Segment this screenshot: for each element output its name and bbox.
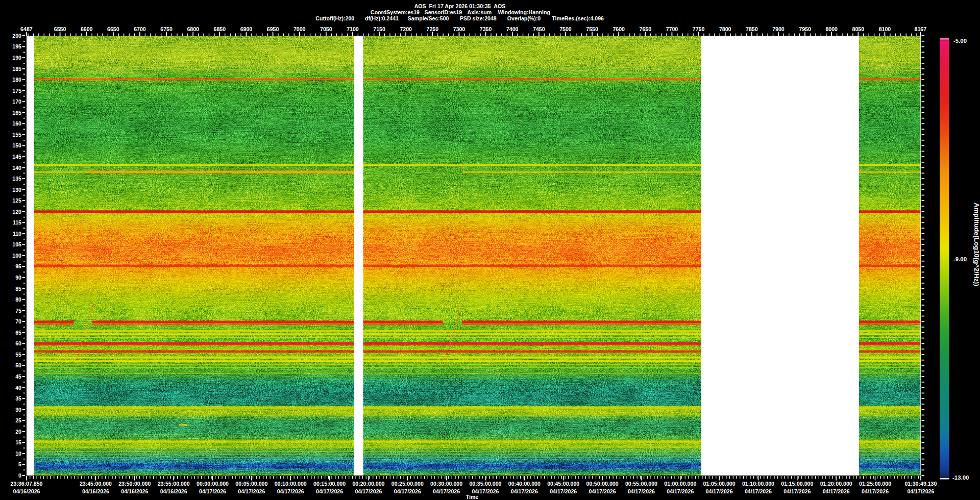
svg-text:105: 105 (12, 241, 21, 247)
svg-text:00:10:00.000: 00:10:00.000 (275, 481, 307, 487)
svg-text:145: 145 (12, 154, 21, 160)
svg-text:04/16/2026: 04/16/2026 (13, 488, 40, 494)
svg-text:7450: 7450 (533, 26, 545, 32)
svg-text:125: 125 (12, 197, 21, 204)
svg-text:7600: 7600 (612, 26, 625, 32)
svg-text:04/17/2026: 04/17/2026 (823, 488, 850, 494)
svg-text:00:05:00.000: 00:05:00.000 (235, 481, 267, 487)
svg-text:130: 130 (12, 187, 21, 193)
svg-text:150: 150 (12, 142, 21, 148)
svg-text:7200: 7200 (400, 26, 412, 32)
svg-text:7050: 7050 (320, 26, 332, 32)
svg-text:Amplitude(Log10(g^2/Hz)): Amplitude(Log10(g^2/Hz)) (973, 203, 980, 286)
svg-text:04/17/2026: 04/17/2026 (355, 488, 382, 494)
svg-text:Cuttoff(Hz):200: Cuttoff(Hz):200 (315, 15, 354, 21)
svg-text:7900: 7900 (772, 26, 785, 32)
svg-text:7800: 7800 (719, 26, 731, 32)
svg-text:195: 195 (12, 43, 21, 49)
svg-text:01:25:00.000: 01:25:00.000 (859, 481, 891, 487)
svg-text:0: 0 (18, 472, 21, 479)
svg-text:04/17/2026: 04/17/2026 (745, 488, 772, 494)
svg-text:01:30:49.130: 01:30:49.130 (904, 481, 937, 487)
svg-text:8050: 8050 (852, 26, 865, 32)
svg-text:01:20:00.000: 01:20:00.000 (820, 481, 852, 487)
svg-text:30: 30 (15, 407, 21, 413)
svg-text:04/17/2026: 04/17/2026 (199, 488, 226, 494)
svg-text:04/16/2026: 04/16/2026 (121, 488, 148, 494)
svg-text:00:20:00.000: 00:20:00.000 (352, 481, 384, 487)
svg-text:-13.00: -13.00 (952, 474, 969, 481)
svg-text:04/17/2026: 04/17/2026 (316, 488, 343, 494)
svg-text:7700: 7700 (666, 26, 678, 32)
svg-text:04/17/2026: 04/17/2026 (706, 488, 733, 494)
svg-text:80: 80 (15, 296, 21, 303)
svg-text:7300: 7300 (453, 26, 465, 32)
svg-text:04/17/2026: 04/17/2026 (589, 488, 616, 494)
svg-text:40: 40 (15, 385, 21, 391)
svg-text:6550: 6550 (54, 26, 66, 32)
svg-text:180: 180 (12, 77, 21, 83)
svg-text:6800: 6800 (187, 26, 199, 32)
svg-text:7650: 7650 (640, 26, 652, 32)
svg-text:140: 140 (12, 165, 21, 171)
svg-text:04/16/2026: 04/16/2026 (160, 488, 187, 494)
svg-text:Axis:sum: Axis:sum (468, 9, 492, 15)
svg-text:01:05:00.000: 01:05:00.000 (703, 481, 736, 487)
svg-text:155: 155 (12, 132, 21, 138)
svg-text:Windowing:Hanning: Windowing:Hanning (498, 9, 550, 15)
svg-text:7550: 7550 (586, 26, 598, 32)
svg-text:6700: 6700 (134, 26, 146, 32)
svg-text:25: 25 (15, 417, 21, 423)
svg-text:75: 75 (15, 308, 21, 314)
svg-text:135: 135 (12, 176, 21, 182)
svg-text:04/17/2026: 04/17/2026 (394, 488, 421, 494)
svg-text:00:55:00.000: 00:55:00.000 (625, 481, 657, 487)
svg-text:10: 10 (15, 451, 21, 457)
svg-text:00:00:00.000: 00:00:00.000 (197, 481, 229, 487)
svg-text:7100: 7100 (347, 26, 359, 32)
svg-text:20: 20 (15, 429, 21, 435)
svg-text:Sample/Sec:500: Sample/Sec:500 (408, 15, 449, 21)
svg-text:65: 65 (15, 330, 21, 336)
svg-text:00:50:00.000: 00:50:00.000 (586, 481, 619, 487)
svg-text:00:25:00.000: 00:25:00.000 (391, 481, 424, 487)
svg-text:35: 35 (15, 395, 21, 402)
svg-text:SensorID:es19: SensorID:es19 (425, 9, 462, 15)
svg-text:PSD size:2048: PSD size:2048 (460, 15, 497, 21)
svg-text:23:36:07.850: 23:36:07.850 (10, 481, 42, 487)
svg-text:04/17/2026: 04/17/2026 (511, 488, 538, 494)
svg-text:04/17/2026: 04/17/2026 (862, 488, 889, 494)
svg-text:Overlap(%):0: Overlap(%):0 (507, 15, 541, 21)
svg-text:60: 60 (15, 340, 21, 346)
svg-text:23:55:00.000: 23:55:00.000 (158, 481, 190, 487)
svg-text:6950: 6950 (267, 26, 279, 32)
svg-text:00:45:00.000: 00:45:00.000 (547, 481, 579, 487)
svg-text:95: 95 (15, 263, 21, 269)
svg-text:df(Hz):0.2441: df(Hz):0.2441 (365, 15, 399, 21)
svg-text:6600: 6600 (81, 26, 93, 32)
svg-text:00:15:00.000: 00:15:00.000 (313, 481, 346, 487)
svg-text:175: 175 (12, 88, 21, 94)
svg-text:7850: 7850 (746, 26, 758, 32)
svg-text:01:00:00.000: 01:00:00.000 (664, 481, 696, 487)
svg-text:170: 170 (12, 98, 21, 105)
svg-text:115: 115 (13, 219, 21, 226)
svg-text:5: 5 (18, 461, 21, 467)
svg-text:55: 55 (15, 352, 21, 358)
svg-text:6750: 6750 (160, 26, 173, 32)
svg-text:7500: 7500 (559, 26, 572, 32)
svg-text:6650: 6650 (107, 26, 119, 32)
svg-text:7150: 7150 (373, 26, 385, 32)
svg-text:23:45:00.000: 23:45:00.000 (80, 481, 112, 487)
svg-text:TimeRes.(sec):4.096: TimeRes.(sec):4.096 (552, 15, 604, 21)
svg-text:8100: 8100 (879, 26, 891, 32)
svg-text:7750: 7750 (693, 26, 705, 32)
svg-text:100: 100 (12, 253, 21, 259)
svg-text:70: 70 (15, 318, 21, 324)
svg-text:90: 90 (15, 274, 21, 281)
svg-text:04/17/2026: 04/17/2026 (907, 488, 934, 494)
svg-text:01:10:00.000: 01:10:00.000 (742, 481, 774, 487)
svg-text:04/17/2026: 04/17/2026 (277, 488, 304, 494)
svg-text:AOS Fri 17 Apr 2026 01:30:35: AOS Fri 17 Apr 2026 01:30:35 AOS (414, 3, 506, 9)
svg-text:8000: 8000 (825, 26, 838, 32)
